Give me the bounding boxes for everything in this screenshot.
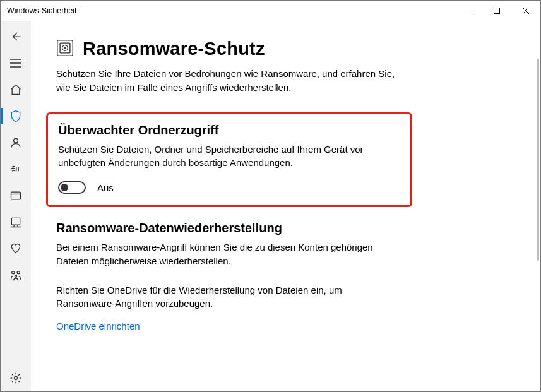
virus-protection-icon[interactable] [1,103,31,129]
window-title: Windows-Sicherheit [7,6,76,15]
cfa-toggle-row: Aus [58,181,399,194]
cfa-heading: Überwachter Ordnerzugriff [58,123,399,138]
cfa-description: Schützen Sie Dateien, Ordner und Speiche… [58,143,399,170]
family-options-icon[interactable] [1,262,31,288]
ransomware-icon [56,39,74,59]
settings-icon[interactable] [1,365,31,391]
svg-point-12 [64,47,66,49]
app-browser-control-icon[interactable] [1,182,31,209]
maximize-button[interactable] [482,1,511,21]
recovery-description: Bei einem Ransomware-Angriff können Sie … [56,241,397,268]
onedrive-setup-link[interactable]: OneDrive einrichten [56,321,140,331]
window-body: Ransomware-Schutz Schützen Sie Ihre Date… [1,21,540,391]
svg-rect-4 [11,218,20,225]
main-content: Ransomware-Schutz Schützen Sie Ihre Date… [31,21,540,391]
controlled-folder-access-section: Überwachter Ordnerzugriff Schützen Sie D… [46,112,412,208]
svg-rect-1 [494,8,500,14]
page-header: Ransomware-Schutz [56,39,515,59]
page-subtitle: Schützen Sie Ihre Dateien vor Bedrohunge… [56,67,397,95]
back-button[interactable] [1,23,31,50]
device-performance-icon[interactable] [1,235,31,262]
cfa-toggle-label: Aus [97,182,114,193]
window-controls [453,1,540,21]
svg-point-8 [15,377,18,380]
close-button[interactable] [511,1,540,21]
device-security-icon[interactable] [1,209,31,235]
recovery-section: Ransomware-Datenwiederherstellung Bei ei… [56,221,397,268]
hamburger-menu-icon[interactable] [1,50,31,76]
svg-rect-0 [465,11,471,11]
page-title: Ransomware-Schutz [83,39,265,59]
recovery-heading: Ransomware-Datenwiederherstellung [56,221,397,235]
cfa-toggle[interactable] [58,181,86,194]
onedrive-prompt: Richten Sie OneDrive für die Wiederherst… [56,283,397,311]
svg-point-7 [15,275,16,277]
minimize-button[interactable] [453,1,482,21]
svg-point-5 [12,271,15,274]
svg-rect-3 [11,192,21,199]
svg-point-2 [14,138,18,143]
account-protection-icon[interactable] [1,129,31,156]
sidebar [1,21,31,391]
app-window: Windows-Sicherheit [0,0,541,392]
scrollbar[interactable] [537,59,539,261]
firewall-icon[interactable] [1,156,31,182]
titlebar: Windows-Sicherheit [1,1,540,21]
home-icon[interactable] [1,76,31,103]
svg-point-6 [17,271,20,274]
